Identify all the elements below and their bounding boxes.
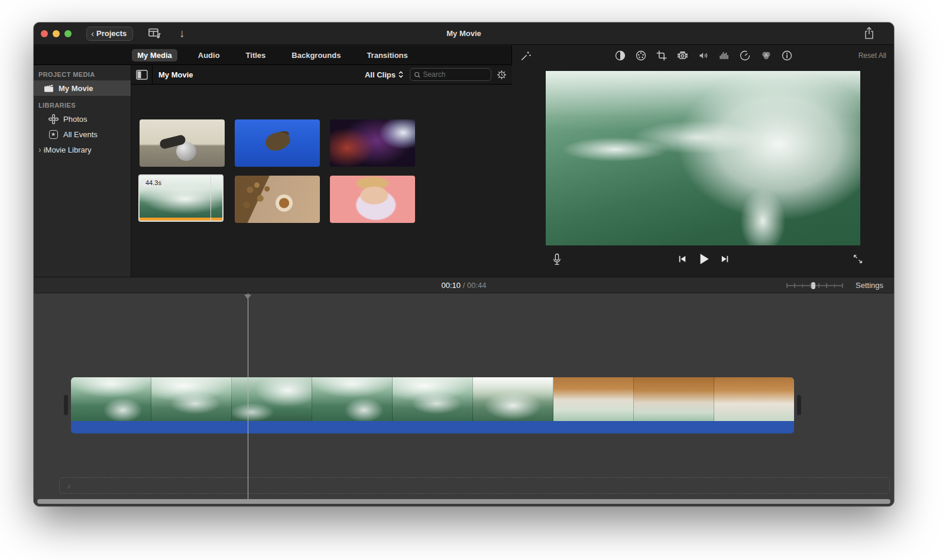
total-duration: 00:44 (467, 281, 487, 290)
trim-handle-left[interactable] (64, 395, 68, 415)
projects-back-button[interactable]: ‹ Projects (86, 27, 133, 41)
libraries-sidebar: PROJECT MEDIA My Movie LIBRARIES (34, 65, 131, 277)
elapsed-time: 00:10 (442, 281, 461, 290)
usage-stripe (140, 218, 222, 221)
all-clips-filter[interactable]: All Clips (365, 70, 405, 79)
horizontal-scrollbar[interactable] (37, 499, 890, 504)
info-icon[interactable] (781, 50, 793, 61)
viewer-toolbar: Reset All (513, 46, 894, 65)
playhead-line[interactable] (248, 293, 248, 499)
timecode: 00:10 / 00:44 (442, 281, 487, 290)
tab-transitions[interactable]: Transitions (361, 49, 413, 61)
viewer-pane: Reset All (513, 46, 894, 277)
panel-toggle-icon[interactable] (131, 65, 153, 84)
share-icon[interactable] (863, 27, 875, 40)
nuts-and-coffee-clip[interactable] (235, 176, 320, 223)
volume-icon[interactable] (698, 50, 710, 61)
speed-icon[interactable] (739, 50, 751, 61)
browser-title: My Movie (158, 70, 193, 79)
color-balance-icon[interactable] (614, 50, 626, 61)
clips-grid: 44.3s (131, 85, 512, 277)
crop-icon[interactable] (656, 50, 668, 61)
media-browser-icon[interactable] (148, 28, 161, 39)
fullscreen-icon[interactable] (853, 254, 863, 264)
clip-duration-badge: 44.3s (142, 179, 164, 187)
search-field[interactable] (410, 68, 491, 81)
woman-pink-clip[interactable] (330, 176, 415, 223)
timeline-thumb (634, 377, 714, 421)
background-music-track[interactable]: ♪ (59, 477, 890, 494)
timeline: ♪ (34, 293, 894, 506)
sidebar-item-photos[interactable]: Photos (34, 111, 131, 127)
settings-button[interactable]: Settings (856, 281, 883, 290)
search-input[interactable] (423, 70, 487, 79)
import-arrow-icon[interactable]: ↓ (179, 27, 185, 40)
sidebar-item-label: Photos (63, 115, 87, 124)
trim-handle-right[interactable] (797, 395, 801, 415)
timeline-toolbar: 00:10 / 00:44 Settings (34, 277, 894, 293)
reset-all-button[interactable]: Reset All (858, 51, 886, 60)
play-icon[interactable] (696, 251, 711, 267)
popup-chevrons-icon (397, 70, 405, 79)
previous-icon[interactable] (677, 254, 688, 264)
chevron-right-icon[interactable]: › (38, 145, 41, 154)
timeline-thumb (151, 377, 232, 421)
libraries-header: LIBRARIES (34, 96, 131, 111)
tab-titles[interactable]: Titles (241, 49, 271, 61)
nebula-clip[interactable] (330, 119, 415, 167)
music-note-icon: ♪ (67, 481, 71, 490)
equalizer-icon[interactable] (718, 50, 730, 61)
transport-controls (677, 251, 730, 267)
project-media-header: PROJECT MEDIA (34, 65, 131, 80)
title-bar: ‹ Projects ↓ My Movie (34, 22, 894, 45)
sidebar-item-my-movie[interactable]: My Movie (34, 80, 131, 96)
color-filters-icon[interactable] (760, 50, 772, 61)
sidebar-item-label: My Movie (59, 84, 93, 93)
timeline-video-clip[interactable] (71, 377, 794, 433)
sidebar-item-label: iMovie Library (44, 145, 92, 154)
projects-back-label: Projects (96, 29, 127, 38)
timeline-zoom-slider[interactable] (786, 282, 843, 289)
skimmer-line (210, 176, 211, 221)
minimize-button[interactable] (53, 30, 60, 37)
timeline-thumb (393, 377, 473, 421)
timeline-thumb (473, 377, 553, 421)
enhance-wand-icon[interactable] (520, 50, 532, 61)
sidebar-item-imovie-library[interactable]: › iMovie Library (34, 142, 131, 157)
browser-header: My Movie All Clips (131, 65, 512, 85)
zoom-button[interactable] (64, 30, 72, 37)
timeline-thumb (232, 377, 312, 421)
tab-audio[interactable]: Audio (193, 49, 225, 61)
window-title: My Movie (446, 29, 481, 38)
filter-gear-icon[interactable] (496, 69, 507, 80)
all-clips-label: All Clips (365, 70, 396, 79)
close-button[interactable] (41, 30, 48, 37)
tab-my-media[interactable]: My Media (132, 49, 177, 61)
stabilization-camera-icon[interactable] (676, 50, 689, 61)
search-icon (414, 71, 420, 79)
sidebar-item-label: All Events (63, 130, 98, 139)
media-tab-bar: My Media Audio Titles Backgrounds Transi… (34, 46, 511, 65)
microphone-icon[interactable] (552, 253, 562, 268)
viewer-preview-image (546, 71, 860, 245)
media-pane: My Media Audio Titles Backgrounds Transi… (34, 46, 512, 277)
sea-turtle-clip[interactable] (235, 119, 320, 167)
gym-workout-clip[interactable] (140, 119, 225, 167)
zoom-slider-thumb[interactable] (811, 282, 815, 289)
clapperboard-icon (43, 84, 54, 92)
timeline-thumb (312, 377, 393, 421)
color-wheel-icon[interactable] (635, 50, 647, 61)
audio-waveform-bar[interactable] (71, 421, 794, 433)
imovie-window: ‹ Projects ↓ My Movie My Media Audio (34, 22, 894, 506)
star-badge-icon: ★ (48, 130, 59, 139)
photos-pinwheel-icon (48, 114, 59, 124)
back-chevron-icon: ‹ (91, 28, 94, 38)
timeline-thumb (714, 377, 794, 421)
ocean-waves-clip[interactable]: 44.3s (138, 174, 223, 222)
tab-backgrounds[interactable]: Backgrounds (286, 49, 346, 61)
sidebar-item-all-events[interactable]: ★ All Events (34, 127, 131, 142)
viewer-controls (513, 245, 894, 277)
timeline-thumb (553, 377, 634, 421)
playhead-handle[interactable] (244, 294, 251, 299)
next-icon[interactable] (720, 254, 730, 264)
